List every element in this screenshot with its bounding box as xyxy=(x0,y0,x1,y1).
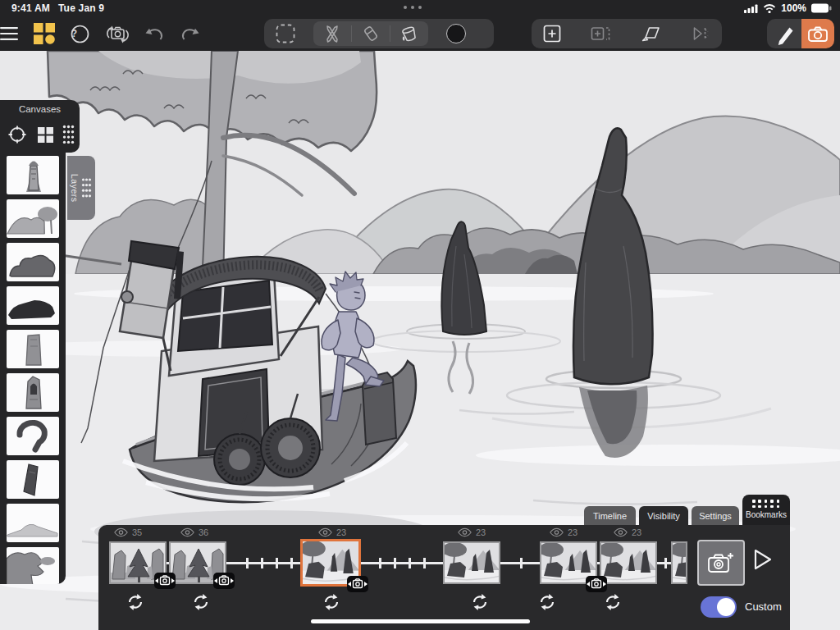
canvas-thumbnail-hills[interactable] xyxy=(7,199,59,238)
frame-tick xyxy=(276,558,278,568)
custom-toggle[interactable] xyxy=(701,596,737,618)
canvas-thumbnail-tilted-slab[interactable] xyxy=(7,460,59,499)
loop-icon xyxy=(605,594,621,610)
loop-icon xyxy=(323,594,340,610)
duplicate-frame-button[interactable] xyxy=(640,25,661,43)
loop-frame-button[interactable] xyxy=(323,594,341,612)
home-indicator[interactable] xyxy=(311,619,530,623)
thumbnail-sketch xyxy=(7,199,59,238)
tab-timeline-label: Timeline xyxy=(593,511,627,521)
battery-percent: 100% xyxy=(781,2,806,14)
canvases-drag-handle-icon[interactable] xyxy=(62,125,75,144)
tab-visibility[interactable]: Visibility xyxy=(639,506,688,526)
camera-move-handle[interactable] xyxy=(213,573,235,589)
frame-tick xyxy=(520,558,523,568)
tab-settings[interactable]: Settings xyxy=(692,506,739,526)
preview-cycle-button[interactable] xyxy=(104,23,130,45)
eye-icon xyxy=(114,527,128,537)
paint-bucket-icon xyxy=(399,24,420,43)
camera-icon xyxy=(808,26,828,42)
camera-mode-button[interactable] xyxy=(801,19,834,48)
camera-move-handle[interactable] xyxy=(347,576,368,592)
layers-panel-tab[interactable]: Layers xyxy=(67,156,95,220)
tab-timeline[interactable]: Timeline xyxy=(584,506,636,526)
thumbnail-sketch xyxy=(7,330,59,368)
toggle-knob xyxy=(717,598,735,616)
frame-visibility-label: 36 xyxy=(180,527,208,538)
canvases-grid-icon[interactable] xyxy=(38,127,53,143)
bookmarks-drag-handle-icon xyxy=(752,500,780,508)
crosshair-icon[interactable] xyxy=(7,125,27,144)
canvas-thumbnail-arch-stone[interactable] xyxy=(7,373,59,412)
frame-visibility-label: 23 xyxy=(318,527,346,538)
timeline-panel: 35 36 23 23 23 23 xyxy=(98,525,790,630)
canvas-thumbnail-hook[interactable] xyxy=(7,417,59,455)
pencil-icon xyxy=(774,22,795,45)
insert-frame-button[interactable] xyxy=(591,25,610,43)
add-frame-icon xyxy=(543,25,561,43)
cut-tool-button[interactable] xyxy=(313,21,351,46)
play-icon xyxy=(753,548,773,571)
canvas-thumbnail-mountain-ridge[interactable] xyxy=(7,504,59,542)
canvas-thumbnail-tree-cliff[interactable] xyxy=(7,547,59,584)
add-frame-button[interactable] xyxy=(543,25,561,43)
thumbnail-sketch xyxy=(7,243,59,281)
app-logo-icon xyxy=(33,22,56,45)
canvas-thumbnail-rocks[interactable] xyxy=(7,243,59,281)
tab-visibility-label: Visibility xyxy=(647,511,680,521)
canvas-thumbnail-tower[interactable] xyxy=(7,156,59,194)
help-button[interactable]: ? xyxy=(71,25,89,43)
loop-frame-button[interactable] xyxy=(605,594,623,612)
camera-add-icon xyxy=(707,551,735,574)
main-menu-button[interactable] xyxy=(0,27,18,40)
timeline-frame-4[interactable] xyxy=(443,541,500,584)
tab-bookmarks-label: Bookmarks xyxy=(742,510,790,519)
timeline-frame-7-partial[interactable] xyxy=(671,541,687,584)
canvases-panel-title: Canvases xyxy=(0,104,80,114)
timeline-frame-6[interactable] xyxy=(600,541,657,584)
add-camera-frame-button[interactable] xyxy=(697,540,745,586)
canvas-thumbnail-gray-slab[interactable] xyxy=(7,330,59,368)
cellular-signal-icon xyxy=(744,4,758,13)
eye-icon xyxy=(458,527,472,537)
camera-move-handle[interactable] xyxy=(154,573,176,589)
selection-marquee-icon xyxy=(276,24,295,43)
custom-toggle-label: Custom xyxy=(745,600,782,613)
eraser-icon xyxy=(361,24,381,43)
flip-frame-button[interactable] xyxy=(691,25,710,43)
camera-move-icon xyxy=(154,573,176,589)
multitasking-indicator[interactable] xyxy=(404,6,422,9)
tab-bookmarks[interactable]: Bookmarks xyxy=(742,495,790,526)
status-time: 9:41 AM xyxy=(11,2,50,14)
selection-tool-button[interactable] xyxy=(276,24,295,43)
loop-frame-button[interactable] xyxy=(539,594,557,612)
eraser-tool-button[interactable] xyxy=(352,21,390,46)
drawing-tools-group xyxy=(264,19,494,48)
visibility-count: 23 xyxy=(568,527,578,537)
fill-tool-button[interactable] xyxy=(390,21,428,46)
frame-tick xyxy=(423,558,426,568)
layers-tab-label: Layers xyxy=(70,174,80,203)
undo-button[interactable] xyxy=(145,26,165,41)
play-button[interactable] xyxy=(753,548,776,576)
insert-frame-icon xyxy=(591,25,610,43)
loop-frame-button[interactable] xyxy=(127,594,145,612)
canvases-panel-header: Canvases xyxy=(0,100,80,153)
color-swatch-button[interactable] xyxy=(446,24,466,43)
canvases-list xyxy=(0,153,66,584)
loop-frame-button[interactable] xyxy=(472,594,490,612)
app-logo-button[interactable] xyxy=(33,22,56,45)
camera-move-handle[interactable] xyxy=(586,576,607,592)
hamburger-menu-icon xyxy=(0,27,18,40)
frame-tick xyxy=(261,558,263,568)
loop-frame-button[interactable] xyxy=(193,594,211,612)
visibility-count: 35 xyxy=(132,527,142,537)
canvas-thumbnail-dark-slab[interactable] xyxy=(7,286,59,325)
redo-button[interactable] xyxy=(180,26,199,41)
frame-sketch xyxy=(673,543,687,584)
thumbnail-sketch xyxy=(7,156,59,194)
flip-frame-icon xyxy=(691,25,710,43)
battery-icon xyxy=(811,3,832,13)
pencil-mode-button[interactable] xyxy=(767,19,801,48)
camera-cycle-icon xyxy=(104,23,130,45)
